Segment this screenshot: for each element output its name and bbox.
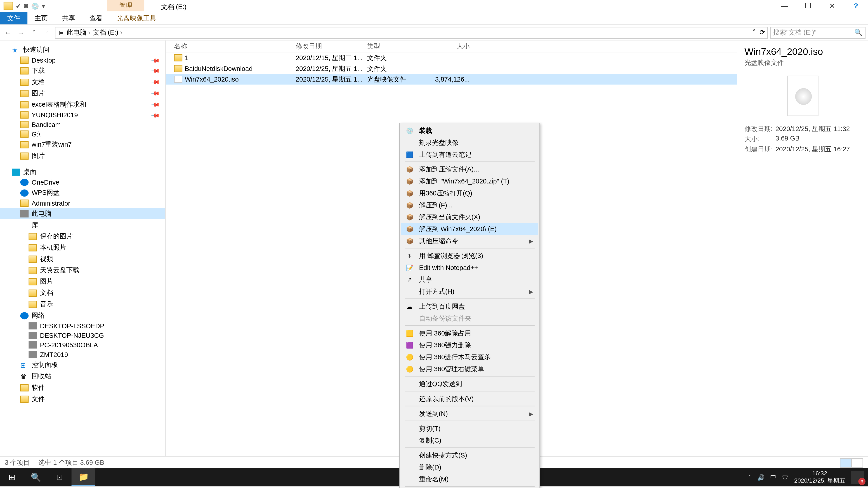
taskbar-clock[interactable]: 16:32 2020/12/25, 星期五 — [794, 470, 845, 484]
context-menu-item[interactable]: 📝Edit with Notepad++ — [401, 262, 538, 273]
context-menu-item[interactable]: 📦解压到(F)... — [401, 199, 538, 211]
context-menu-item[interactable]: 🟡使用 360进行木马云查杀 — [401, 351, 538, 363]
tree-item[interactable]: 图片 — [0, 276, 165, 287]
tab-home[interactable]: 主页 — [27, 12, 55, 24]
breadcrumb[interactable]: 文档 (E:) — [93, 28, 123, 37]
context-menu-item[interactable]: 通过QQ发送到 — [401, 378, 538, 390]
context-menu-item[interactable]: 🟡使用 360管理右键菜单 — [401, 363, 538, 375]
tree-item[interactable]: YUNQISHI2019📌 — [0, 110, 165, 120]
tab-share[interactable]: 共享 — [55, 12, 82, 24]
tree-item[interactable]: excel表格制作求和📌 — [0, 99, 165, 110]
tree-item[interactable]: 文档 — [0, 287, 165, 298]
tree-recycle[interactable]: 🗑回收站 — [0, 370, 165, 382]
tree-item[interactable]: OneDrive — [0, 177, 165, 187]
context-menu-item[interactable]: 创建快捷方式(S) — [401, 449, 538, 461]
tree-item[interactable]: DESKTOP-NJEU3CG — [0, 331, 165, 340]
context-menu-item[interactable]: ✳用 蜂蜜浏览器 浏览(3) — [401, 250, 538, 262]
tree-item[interactable]: DESKTOP-LSSOEDP — [0, 321, 165, 330]
context-menu-item[interactable]: 📦添加到 "Win7x64_2020.zip" (T) — [401, 175, 538, 187]
maximize-button[interactable]: ❐ — [796, 0, 820, 12]
context-menu-item[interactable]: 还原以前的版本(V) — [401, 393, 538, 404]
explorer-taskbar-button[interactable]: 📁 — [71, 468, 95, 486]
file-row[interactable]: BaiduNetdiskDownload2020/12/25, 星期五 1...… — [166, 63, 737, 74]
manage-tab[interactable]: 管理 — [107, 0, 144, 11]
col-type[interactable]: 类型 — [367, 42, 427, 51]
file-row[interactable]: Win7x64_2020.iso2020/12/25, 星期五 1...光盘映像… — [166, 74, 737, 85]
forward-button[interactable]: → — [16, 28, 26, 37]
context-menu-item[interactable]: 打开方式(H)▶ — [401, 285, 538, 297]
up-button[interactable]: ↑ — [42, 28, 53, 37]
tab-view[interactable]: 查看 — [82, 12, 110, 24]
context-menu-item[interactable]: 发送到(N)▶ — [401, 408, 538, 420]
recent-dropdown[interactable]: ˅ — [29, 30, 39, 35]
search-button[interactable]: 🔍 — [24, 468, 48, 486]
refresh-icon[interactable]: ⟳ — [760, 29, 765, 36]
tree-desktop[interactable]: 桌面 — [0, 166, 165, 177]
start-button[interactable]: ⊞ — [0, 468, 24, 486]
tree-item[interactable]: 本机照片 — [0, 242, 165, 253]
tray-chevron-icon[interactable]: ˄ — [748, 474, 751, 481]
tree-item[interactable]: Bandicam — [0, 120, 165, 129]
breadcrumb[interactable]: 此电脑 — [67, 28, 90, 37]
tree-quick-access[interactable]: ★快速访问 — [0, 44, 165, 55]
tree-item[interactable]: PC-20190530OBLA — [0, 340, 165, 350]
tree-item[interactable]: 天翼云盘下载 — [0, 265, 165, 276]
search-input[interactable]: 搜索"文档 (E:)" 🔍 — [770, 26, 866, 38]
tree-item[interactable]: 视频 — [0, 253, 165, 265]
back-button[interactable]: ← — [2, 28, 13, 37]
context-menu-item[interactable]: ☁上传到百度网盘 — [401, 300, 538, 312]
tree-panel[interactable]: ⊞控制面板 — [0, 359, 165, 370]
view-details-button[interactable] — [840, 458, 852, 467]
tree-item[interactable]: 此电脑 — [0, 208, 165, 219]
qat-disk-icon[interactable]: 💿 — [31, 2, 39, 10]
tree-network[interactable]: 网络 — [0, 310, 165, 321]
context-menu-item[interactable]: 🟦上传到有道云笔记 — [401, 149, 538, 160]
tree-soft[interactable]: 软件 — [0, 382, 165, 393]
context-menu-item[interactable]: 🟪使用 360强力删除 — [401, 339, 538, 351]
file-row[interactable]: 12020/12/15, 星期二 1...文件夹 — [166, 53, 737, 63]
tree-files[interactable]: 文件 — [0, 393, 165, 404]
volume-icon[interactable]: 🔊 — [757, 474, 765, 481]
col-size[interactable]: 大小 — [427, 42, 474, 51]
context-menu-item[interactable]: 复制(C) — [401, 434, 538, 446]
close-button[interactable]: ✕ — [820, 0, 844, 12]
context-menu-item[interactable]: 删除(D) — [401, 461, 538, 473]
tree-item[interactable]: 库 — [0, 219, 165, 230]
addr-dropdown-icon[interactable]: ˅ — [752, 29, 756, 36]
context-menu-item[interactable]: ↗共享 — [401, 273, 538, 285]
view-icons-button[interactable] — [851, 458, 863, 467]
tree-item[interactable]: 图片📌 — [0, 88, 165, 99]
context-menu-item[interactable]: 📦解压到当前文件夹(X) — [401, 211, 538, 223]
tab-tool[interactable]: 光盘映像工具 — [110, 12, 163, 24]
tree-item[interactable]: 图片 — [0, 150, 165, 162]
tree-item[interactable]: 下载📌 — [0, 65, 165, 76]
context-menu-item[interactable]: 刻录光盘映像 — [401, 136, 538, 149]
context-menu-item[interactable]: 重命名(M) — [401, 473, 538, 485]
help-button[interactable]: ? — [844, 0, 868, 12]
qat-check-icon[interactable]: ✔ — [16, 2, 21, 10]
tree-item[interactable]: win7重装win7 — [0, 139, 165, 150]
col-name[interactable]: 名称 — [166, 42, 296, 51]
tree-item[interactable]: ZMT2019 — [0, 350, 165, 359]
notification-button[interactable]: 3 — [851, 470, 864, 484]
minimize-button[interactable]: — — [773, 0, 796, 12]
taskview-button[interactable]: ⊡ — [48, 468, 71, 486]
tab-file[interactable]: 文件 — [0, 12, 27, 24]
tree-item[interactable]: Desktop📌 — [0, 55, 165, 65]
context-menu-item[interactable]: 剪切(T) — [401, 422, 538, 434]
context-menu-item[interactable]: 📦添加到压缩文件(A)... — [401, 163, 538, 175]
address-bar[interactable]: 🖥 此电脑 文档 (E:) ˅ ⟳ — [55, 26, 768, 38]
context-menu-item[interactable]: 📦其他压缩命令▶ — [401, 235, 538, 247]
context-menu-item[interactable]: 🟨使用 360解除占用 — [401, 327, 538, 339]
tree-item[interactable]: WPS网盘 — [0, 187, 165, 198]
tree-item[interactable]: 文档📌 — [0, 76, 165, 88]
security-icon[interactable]: 🛡 — [782, 474, 788, 481]
tree-item[interactable]: G:\ — [0, 129, 165, 139]
context-menu-item[interactable]: 📦解压到 Win7x64_2020\ (E) — [401, 223, 538, 235]
context-menu-item[interactable]: 💿装载 — [401, 125, 538, 136]
tree-item[interactable]: 保存的图片 — [0, 231, 165, 242]
tree-item[interactable]: 音乐 — [0, 298, 165, 310]
ime-icon[interactable]: 中 — [770, 473, 776, 482]
tree-item[interactable]: Administrator — [0, 198, 165, 208]
qat-dropdown-icon[interactable]: ▾ — [42, 2, 45, 10]
